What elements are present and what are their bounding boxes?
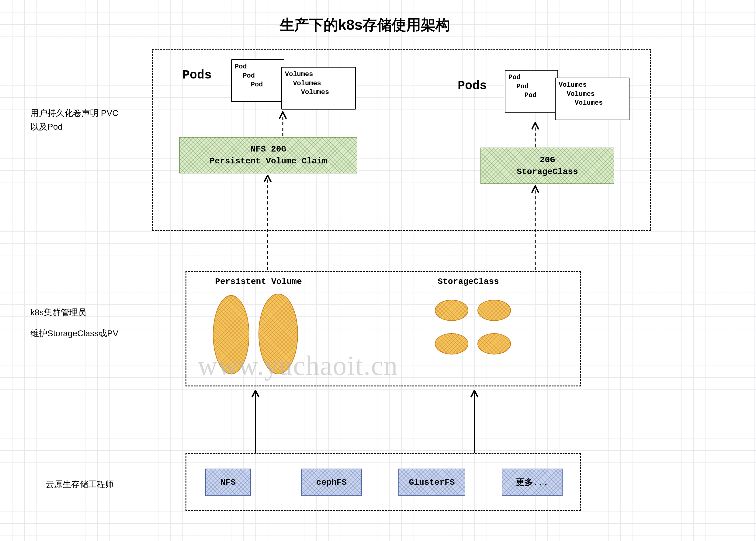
role-admin-label: k8s集群管理员 维护StorageClass或PV: [30, 306, 118, 340]
volumes-stack-box-left: Volumes Volumes Volumes: [281, 67, 356, 110]
volumes-stack-text-left: Volumes Volumes Volumes: [282, 68, 355, 100]
pvc-line2: Persistent Volume Claim: [209, 155, 327, 167]
role-user-line1: 用户持久化卷声明 PVC: [30, 107, 118, 120]
storage-cephfs: cephFS: [301, 469, 362, 496]
storage-nfs: NFS: [205, 469, 251, 496]
sc-ellipse-4: [477, 333, 511, 354]
diagram-title: 生产下的k8s存储使用架构: [280, 15, 450, 35]
storage-more: 更多...: [502, 469, 563, 496]
storage-cephfs-label: cephFS: [316, 478, 347, 487]
storage-more-label: 更多...: [516, 476, 548, 488]
watermark: www.yuchaoit.cn: [198, 350, 398, 381]
volumes-stack-text-right: Volumes Volumes Volumes: [556, 78, 629, 110]
role-storage-label: 云原生存储工程师: [46, 478, 114, 491]
sc-ellipse-1: [435, 300, 468, 321]
pods-heading-left: Pods: [182, 69, 212, 82]
role-admin-line2: 维护StorageClass或PV: [30, 327, 118, 340]
pvc-box: NFS 20G Persistent Volume Claim: [179, 137, 357, 174]
storage-nfs-label: NFS: [220, 478, 236, 487]
storage-glusterfs-label: GlusterFS: [409, 478, 455, 487]
sc-ellipse-3: [435, 333, 468, 354]
pods-heading-right: Pods: [458, 79, 487, 93]
role-user-label: 用户持久化卷声明 PVC 以及Pod: [30, 107, 118, 134]
sc-claim-line2: StorageClass: [517, 166, 578, 178]
pod-stack-box-left: Pod Pod Pod: [231, 59, 284, 102]
pod-stack-text-right: Pod Pod Pod: [505, 71, 557, 103]
sc-claim-box: 20G StorageClass: [480, 148, 614, 184]
storage-glusterfs: GlusterFS: [398, 469, 465, 496]
pvc-line1: NFS 20G: [251, 143, 287, 155]
volumes-stack-box-right: Volumes Volumes Volumes: [555, 78, 630, 120]
role-user-line2: 以及Pod: [30, 120, 118, 134]
sc-ellipse-2: [477, 300, 511, 321]
pod-stack-text-left: Pod Pod Pod: [232, 60, 284, 92]
sc-claim-line1: 20G: [540, 154, 555, 166]
role-admin-line1: k8s集群管理员: [30, 306, 118, 319]
pod-stack-box-right: Pod Pod Pod: [505, 70, 558, 113]
pv-label: Persistent Volume: [207, 277, 310, 286]
sc-label: StorageClass: [426, 277, 511, 286]
